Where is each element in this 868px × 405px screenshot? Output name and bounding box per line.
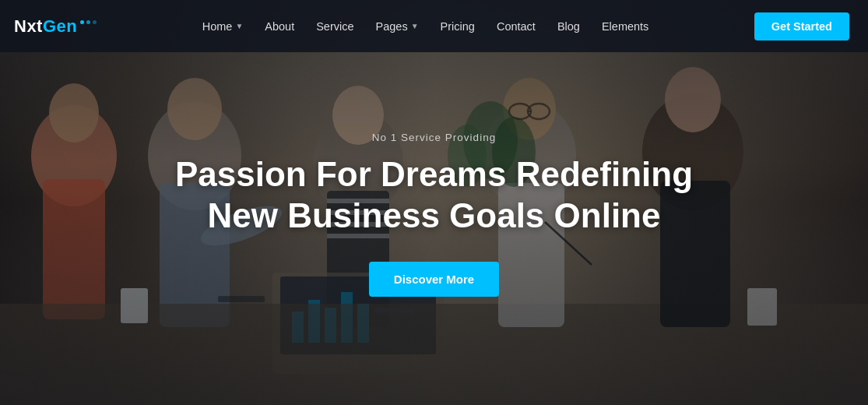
nav-item-pages: Pages ▼ [367, 14, 428, 39]
logo-dots [80, 20, 97, 24]
nav-item-home: Home ▼ [193, 14, 253, 39]
logo-text: NxtGen [14, 16, 77, 37]
nav-link-elements[interactable]: Elements [592, 14, 658, 39]
nav-link-about[interactable]: About [255, 14, 304, 39]
nav-link-pricing[interactable]: Pricing [431, 14, 484, 39]
nav-item-service: Service [307, 14, 363, 39]
hero-title-line2: New Business Goals Online [208, 196, 661, 234]
hero-subtitle: No 1 Service Providing [175, 132, 693, 143]
logo-dot-1 [80, 20, 84, 24]
discover-more-button[interactable]: Discover More [369, 262, 499, 297]
logo-dot-2 [86, 20, 90, 24]
nav-item-elements: Elements [592, 14, 658, 39]
hero-title: Passion For Dreams Redefining New Busine… [175, 154, 693, 237]
nav-item-contact: Contact [487, 14, 545, 39]
nav-item-blog: Blog [548, 14, 589, 39]
nav-link-pages[interactable]: Pages ▼ [367, 14, 428, 39]
nav-item-pricing: Pricing [431, 14, 484, 39]
nav-link-service[interactable]: Service [307, 14, 363, 39]
chevron-down-icon: ▼ [411, 22, 419, 30]
nav-link-home[interactable]: Home ▼ [193, 14, 253, 39]
nav-link-contact[interactable]: Contact [487, 14, 545, 39]
get-started-button[interactable]: Get Started [754, 12, 849, 40]
nav-link-blog[interactable]: Blog [548, 14, 589, 39]
hero-content: No 1 Service Providing Passion For Dream… [160, 132, 708, 297]
logo-dot-3 [93, 20, 97, 24]
hero-section: NxtGen Home ▼ About S [0, 0, 868, 405]
hero-title-line1: Passion For Dreams Redefining [175, 155, 693, 193]
logo[interactable]: NxtGen [14, 16, 97, 37]
nav-links: Home ▼ About Service Pages ▼ [193, 14, 659, 39]
chevron-down-icon: ▼ [235, 22, 243, 30]
nav-item-about: About [255, 14, 304, 39]
navbar: NxtGen Home ▼ About S [0, 0, 868, 52]
